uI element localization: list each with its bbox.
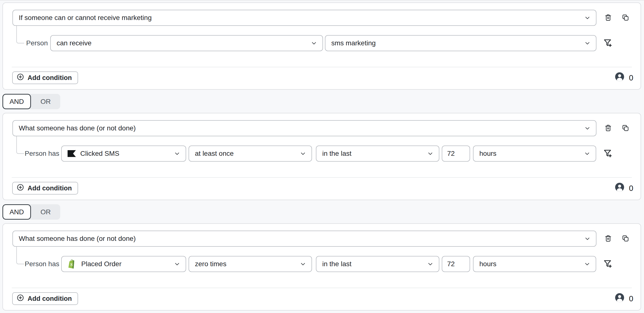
klaviyo-flag-icon xyxy=(68,150,76,157)
chevron-down-icon xyxy=(580,260,591,268)
duplicate-condition-button[interactable] xyxy=(620,123,631,134)
trash-icon xyxy=(604,14,612,22)
frequency-value: at least once xyxy=(195,150,234,157)
row-label: Person has xyxy=(3,256,59,272)
timeframe-value: in the last xyxy=(322,260,352,268)
and-button[interactable]: AND xyxy=(2,94,31,109)
consent-channel-select[interactable]: sms marketing xyxy=(325,35,596,51)
condition-category-value: If someone can or cannot receive marketi… xyxy=(19,14,152,22)
chevron-down-icon xyxy=(170,150,181,157)
time-unit-value: hours xyxy=(479,150,496,157)
member-count-value: 0 xyxy=(629,73,633,82)
chevron-down-icon xyxy=(580,125,591,132)
chevron-down-icon xyxy=(580,235,591,242)
member-count-value: 0 xyxy=(629,184,633,193)
filter-plus-icon xyxy=(603,38,612,48)
row-label: Person xyxy=(3,35,48,51)
condition-block: What someone has done (or not done) Pers… xyxy=(2,223,641,311)
or-button[interactable]: OR xyxy=(31,94,60,109)
chevron-down-icon xyxy=(296,260,307,268)
duplicate-condition-button[interactable] xyxy=(620,12,631,23)
delete-condition-button[interactable] xyxy=(603,233,614,244)
footer-divider xyxy=(12,67,632,67)
frequency-value: zero times xyxy=(195,260,226,268)
add-condition-button[interactable]: Add condition xyxy=(12,71,78,84)
member-count: 0 xyxy=(615,71,633,84)
member-count: 0 xyxy=(615,292,633,305)
consent-verb-value: can receive xyxy=(56,39,92,47)
chevron-down-icon xyxy=(306,39,318,47)
condition-block: If someone can or cannot receive marketi… xyxy=(2,2,641,90)
shopify-bag-icon: S xyxy=(68,259,77,269)
chevron-down-icon xyxy=(423,260,434,268)
segment-condition-builder: { "labels": { "add_condition": "Add cond… xyxy=(0,0,644,313)
timeframe-value: in the last xyxy=(322,150,352,157)
time-unit-select[interactable]: hours xyxy=(473,256,596,272)
add-condition-label: Add condition xyxy=(28,74,72,82)
time-unit-select[interactable]: hours xyxy=(473,146,596,162)
circle-plus-icon xyxy=(16,184,24,193)
chevron-down-icon xyxy=(580,39,591,47)
consent-verb-select[interactable]: can receive xyxy=(50,35,323,51)
condition-category-select[interactable]: If someone can or cannot receive marketi… xyxy=(12,10,596,26)
and-or-toggle: AND OR xyxy=(2,94,60,109)
condition-block: What someone has done (or not done) Pers… xyxy=(2,113,641,200)
chevron-down-icon xyxy=(296,150,307,157)
chevron-down-icon xyxy=(170,260,181,268)
and-button[interactable]: AND xyxy=(2,204,31,220)
chevron-down-icon xyxy=(423,150,434,157)
and-or-toggle: AND OR xyxy=(2,204,60,220)
frequency-select[interactable]: at least once xyxy=(188,146,312,162)
chevron-down-icon xyxy=(580,14,591,21)
footer-divider xyxy=(12,177,632,178)
svg-text:S: S xyxy=(70,262,73,267)
time-unit-value: hours xyxy=(479,260,496,268)
add-condition-label: Add condition xyxy=(28,295,72,303)
row-label: Person has xyxy=(3,146,59,162)
event-select[interactable]: S Placed Order xyxy=(61,256,186,272)
person-icon xyxy=(615,293,624,305)
condition-category-select[interactable]: What someone has done (or not done) xyxy=(12,120,596,136)
copy-icon xyxy=(622,124,629,133)
delete-condition-button[interactable] xyxy=(603,123,614,134)
delete-condition-button[interactable] xyxy=(603,12,614,23)
circle-plus-icon xyxy=(16,73,24,82)
add-filter-button[interactable] xyxy=(601,36,615,50)
add-filter-button[interactable] xyxy=(601,147,615,160)
timeframe-select[interactable]: in the last xyxy=(316,146,439,162)
circle-plus-icon xyxy=(16,294,24,303)
add-condition-button[interactable]: Add condition xyxy=(12,182,78,195)
member-count-value: 0 xyxy=(629,294,633,303)
filter-plus-icon xyxy=(603,259,612,269)
consent-channel-value: sms marketing xyxy=(331,39,376,47)
timeframe-select[interactable]: in the last xyxy=(316,256,439,272)
condition-category-value: What someone has done (or not done) xyxy=(19,235,136,243)
frequency-select[interactable]: zero times xyxy=(188,256,312,272)
timeframe-amount-input[interactable] xyxy=(442,146,470,162)
panel-top-border xyxy=(0,0,644,0)
condition-category-value: What someone has done (or not done) xyxy=(19,124,136,132)
duplicate-condition-button[interactable] xyxy=(620,233,631,244)
chevron-down-icon xyxy=(580,150,591,157)
condition-category-select[interactable]: What someone has done (or not done) xyxy=(12,231,596,247)
event-value: Clicked SMS xyxy=(80,150,119,157)
add-condition-button[interactable]: Add condition xyxy=(12,292,78,305)
timeframe-amount-input[interactable] xyxy=(442,256,470,272)
add-filter-button[interactable] xyxy=(601,257,615,271)
member-count: 0 xyxy=(615,182,633,195)
trash-icon xyxy=(604,124,612,133)
event-select[interactable]: Clicked SMS xyxy=(61,146,186,162)
person-icon xyxy=(615,72,624,84)
person-icon xyxy=(615,182,624,194)
copy-icon xyxy=(622,14,629,22)
add-condition-label: Add condition xyxy=(28,185,72,192)
trash-icon xyxy=(604,235,612,243)
event-value: Placed Order xyxy=(81,260,122,268)
filter-plus-icon xyxy=(603,149,612,159)
or-button[interactable]: OR xyxy=(31,204,60,220)
footer-divider xyxy=(12,288,632,288)
copy-icon xyxy=(622,235,629,243)
